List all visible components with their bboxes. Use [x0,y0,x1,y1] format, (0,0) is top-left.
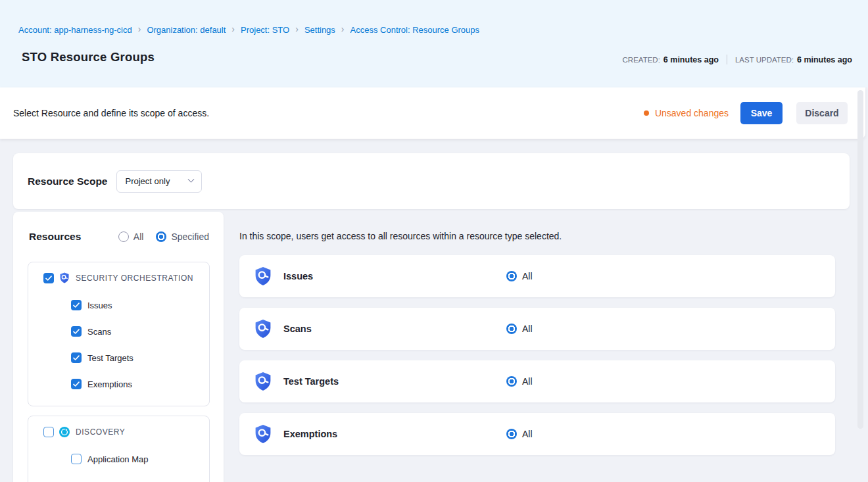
unsaved-changes-dot-icon [644,110,649,116]
page-header: Account: app-harness-ng-cicd › Organizat… [0,0,868,87]
checkmark-icon [72,380,80,388]
sto-shield-icon [59,272,70,283]
resource-scope-card: Resource Scope Project only [13,153,850,209]
resource-card-title: Test Targets [283,376,339,387]
last-updated-value: 6 minutes ago [797,55,852,64]
chevron-down-icon [188,176,195,183]
toolbar: Select Resource and define its scope of … [0,87,865,139]
checkbox-scans[interactable] [71,326,82,337]
resource-card-exemptions: Exemptions All [239,413,835,455]
resource-item-test-targets: Test Targets [71,352,133,363]
timestamps: CREATED: 6 minutes ago LAST UPDATED: 6 m… [623,55,852,64]
toolbar-description: Select Resource and define its scope of … [13,108,209,118]
radio-selected-icon[interactable] [506,324,517,334]
divider [727,55,727,64]
access-option-label: All [522,429,533,439]
resources-panel: Resources All Specified [13,212,224,482]
discard-button[interactable]: Discard [796,102,848,124]
radio-selected-icon[interactable] [506,271,517,281]
group-head: SECURITY ORCHESTRATION [43,272,193,283]
resource-item-issues: Issues [71,300,112,310]
sto-shield-icon [254,266,272,286]
checkbox-issues[interactable] [71,300,82,310]
access-option-label: All [522,324,533,334]
breadcrumb-organization-link[interactable]: Organization: default [147,25,226,35]
chevron-right-icon: › [341,24,345,35]
mode-option-specified[interactable]: Specified [156,231,209,242]
page-title: STO Resource Groups [22,50,155,64]
group-label: SECURITY ORCHESTRATION [76,274,193,283]
checkbox-security-orchestration[interactable] [43,273,54,283]
toolbar-actions: Unsaved changes Save Discard [644,102,848,124]
radio-selected-icon[interactable] [506,429,517,439]
breadcrumb-settings-link[interactable]: Settings [304,25,335,35]
resource-item-label: Exemptions [87,379,132,389]
access-option-label: All [522,376,533,387]
scope-description: In this scope, users get access to all r… [239,231,562,241]
group-label: DISCOVERY [76,427,125,437]
breadcrumb: Account: app-harness-ng-cicd › Organizat… [18,24,479,35]
resources-mode-radios: All Specified [118,231,209,242]
resource-item-label: Application Map [87,454,149,464]
resource-item-label: Scans [87,327,111,337]
chevron-right-icon: › [295,24,299,35]
resource-card-title: Scans [283,324,312,334]
resources-title: Resources [29,231,81,243]
radio-selected-icon[interactable] [156,231,166,242]
resource-scope-selected-value: Project only [125,176,170,186]
resource-item-exemptions: Exemptions [71,379,132,389]
resource-item-application-map: Application Map [71,454,149,464]
resource-item-label: Test Targets [87,353,133,363]
resource-group-security-orchestration: SECURITY ORCHESTRATION Issues Scans Test… [28,262,210,406]
breadcrumb-access-control-link[interactable]: Access Control: Resource Groups [350,25,480,35]
radio-selected-icon[interactable] [506,376,517,387]
breadcrumb-account-link[interactable]: Account: app-harness-ng-cicd [18,25,132,35]
created-value: 6 minutes ago [663,55,719,64]
checkbox-application-map[interactable] [71,454,82,464]
checkbox-test-targets[interactable] [71,352,82,363]
resources-header: Resources All Specified [29,231,209,243]
sto-shield-icon [254,372,272,391]
sto-shield-icon [254,424,272,444]
resource-card-title: Exemptions [283,429,337,439]
resource-scope-select[interactable]: Project only [116,170,202,193]
save-button[interactable]: Save [740,102,783,124]
checkmark-icon [45,274,53,282]
access-option-all[interactable]: All [506,376,533,387]
chevron-right-icon: › [138,24,141,35]
discovery-icon [59,427,70,437]
last-updated-label: LAST UPDATED: [735,56,794,64]
checkmark-icon [72,354,80,362]
mode-option-all[interactable]: All [118,231,144,242]
checkmark-icon [72,301,80,309]
resource-card-issues: Issues All [239,255,835,297]
created-label: CREATED: [623,56,660,64]
resource-scope-label: Resource Scope [28,176,107,187]
group-head: DISCOVERY [43,426,125,437]
resource-item-label: Issues [87,301,112,310]
access-option-all[interactable]: All [506,271,533,281]
chevron-right-icon: › [231,24,235,35]
resource-card-scans: Scans All [239,308,835,350]
resource-group-discovery: DISCOVERY Application Map [28,416,210,482]
breadcrumb-project-link[interactable]: Project: STO [241,25,289,35]
mode-option-all-label: All [133,231,144,242]
vertical-scrollbar[interactable] [857,90,863,429]
resource-item-scans: Scans [71,326,111,337]
checkmark-icon [72,327,80,335]
access-option-all[interactable]: All [506,324,533,334]
access-option-all[interactable]: All [506,429,533,439]
access-option-label: All [522,271,533,281]
checkbox-discovery[interactable] [43,427,54,437]
checkbox-exemptions[interactable] [71,379,82,389]
unsaved-changes-label: Unsaved changes [655,108,729,118]
sto-shield-icon [254,319,272,339]
resource-card-title: Issues [283,271,313,281]
resource-card-test-targets: Test Targets All [239,360,835,402]
radio-unselected-icon[interactable] [118,231,129,242]
mode-option-specified-label: Specified [171,231,209,242]
